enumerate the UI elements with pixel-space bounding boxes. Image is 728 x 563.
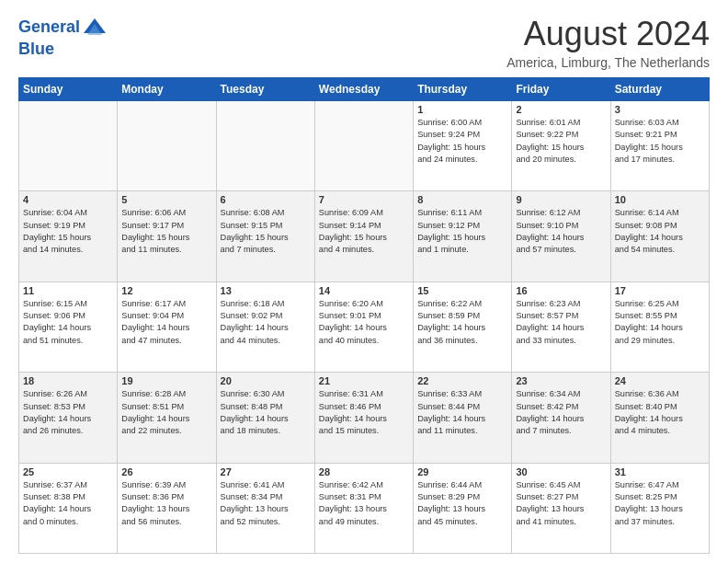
calendar-cell: 29Sunrise: 6:44 AM Sunset: 8:29 PM Dayli… bbox=[414, 463, 512, 553]
calendar-cell bbox=[216, 101, 314, 191]
day-number: 19 bbox=[121, 375, 211, 386]
day-number: 7 bbox=[319, 194, 409, 205]
day-info: Sunrise: 6:17 AM Sunset: 9:04 PM Dayligh… bbox=[121, 298, 211, 347]
day-info: Sunrise: 6:01 AM Sunset: 9:22 PM Dayligh… bbox=[516, 117, 606, 166]
day-info: Sunrise: 6:06 AM Sunset: 9:17 PM Dayligh… bbox=[121, 207, 211, 256]
day-number: 26 bbox=[121, 466, 211, 477]
calendar-cell: 3Sunrise: 6:03 AM Sunset: 9:21 PM Daylig… bbox=[610, 101, 709, 191]
calendar-row: 18Sunrise: 6:26 AM Sunset: 8:53 PM Dayli… bbox=[19, 373, 710, 463]
calendar-cell: 31Sunrise: 6:47 AM Sunset: 8:25 PM Dayli… bbox=[610, 463, 709, 553]
day-header-tuesday: Tuesday bbox=[216, 78, 314, 101]
calendar-cell: 2Sunrise: 6:01 AM Sunset: 9:22 PM Daylig… bbox=[512, 101, 610, 191]
day-info: Sunrise: 6:42 AM Sunset: 8:31 PM Dayligh… bbox=[319, 479, 409, 528]
calendar-cell: 22Sunrise: 6:33 AM Sunset: 8:44 PM Dayli… bbox=[414, 373, 512, 463]
calendar-cell: 26Sunrise: 6:39 AM Sunset: 8:36 PM Dayli… bbox=[118, 463, 216, 553]
day-info: Sunrise: 6:22 AM Sunset: 8:59 PM Dayligh… bbox=[417, 298, 507, 347]
header: General Blue August 2024 America, Limbur… bbox=[18, 15, 710, 70]
day-info: Sunrise: 6:14 AM Sunset: 9:08 PM Dayligh… bbox=[615, 207, 705, 256]
day-info: Sunrise: 6:28 AM Sunset: 8:51 PM Dayligh… bbox=[121, 388, 211, 437]
calendar-header-row: SundayMondayTuesdayWednesdayThursdayFrid… bbox=[19, 78, 710, 101]
day-number: 4 bbox=[23, 194, 113, 205]
calendar-cell: 4Sunrise: 6:04 AM Sunset: 9:19 PM Daylig… bbox=[19, 191, 118, 282]
day-number: 11 bbox=[23, 285, 113, 296]
calendar-cell bbox=[118, 101, 216, 191]
day-header-thursday: Thursday bbox=[414, 78, 512, 101]
calendar-cell: 18Sunrise: 6:26 AM Sunset: 8:53 PM Dayli… bbox=[19, 373, 118, 463]
day-number: 15 bbox=[417, 285, 507, 296]
calendar-cell: 23Sunrise: 6:34 AM Sunset: 8:42 PM Dayli… bbox=[512, 373, 610, 463]
day-info: Sunrise: 6:44 AM Sunset: 8:29 PM Dayligh… bbox=[417, 479, 507, 528]
day-number: 2 bbox=[516, 104, 606, 115]
calendar-cell: 20Sunrise: 6:30 AM Sunset: 8:48 PM Dayli… bbox=[216, 373, 314, 463]
day-info: Sunrise: 6:04 AM Sunset: 9:19 PM Dayligh… bbox=[23, 207, 113, 256]
day-number: 8 bbox=[417, 194, 507, 205]
day-number: 18 bbox=[23, 375, 113, 386]
day-number: 23 bbox=[516, 375, 606, 386]
day-info: Sunrise: 6:12 AM Sunset: 9:10 PM Dayligh… bbox=[516, 207, 606, 256]
calendar-cell: 7Sunrise: 6:09 AM Sunset: 9:14 PM Daylig… bbox=[314, 191, 413, 282]
location: America, Limburg, The Netherlands bbox=[506, 55, 710, 70]
day-header-sunday: Sunday bbox=[19, 78, 118, 101]
day-info: Sunrise: 6:41 AM Sunset: 8:34 PM Dayligh… bbox=[221, 479, 311, 528]
day-info: Sunrise: 6:34 AM Sunset: 8:42 PM Dayligh… bbox=[516, 388, 606, 437]
day-info: Sunrise: 6:11 AM Sunset: 9:12 PM Dayligh… bbox=[417, 207, 507, 256]
calendar-cell: 25Sunrise: 6:37 AM Sunset: 8:38 PM Dayli… bbox=[19, 463, 118, 553]
calendar-row: 11Sunrise: 6:15 AM Sunset: 9:06 PM Dayli… bbox=[19, 282, 710, 372]
day-number: 10 bbox=[615, 194, 705, 205]
day-info: Sunrise: 6:30 AM Sunset: 8:48 PM Dayligh… bbox=[221, 388, 311, 437]
day-header-wednesday: Wednesday bbox=[314, 78, 413, 101]
logo-text: General bbox=[18, 18, 80, 37]
day-info: Sunrise: 6:37 AM Sunset: 8:38 PM Dayligh… bbox=[23, 479, 113, 528]
day-header-monday: Monday bbox=[118, 78, 216, 101]
calendar-cell: 28Sunrise: 6:42 AM Sunset: 8:31 PM Dayli… bbox=[314, 463, 413, 553]
day-number: 30 bbox=[516, 466, 606, 477]
day-number: 21 bbox=[319, 375, 409, 386]
calendar-cell: 13Sunrise: 6:18 AM Sunset: 9:02 PM Dayli… bbox=[216, 282, 314, 372]
calendar-cell: 12Sunrise: 6:17 AM Sunset: 9:04 PM Dayli… bbox=[118, 282, 216, 372]
day-info: Sunrise: 6:20 AM Sunset: 9:01 PM Dayligh… bbox=[319, 298, 409, 347]
calendar-cell: 11Sunrise: 6:15 AM Sunset: 9:06 PM Dayli… bbox=[19, 282, 118, 372]
calendar-cell: 8Sunrise: 6:11 AM Sunset: 9:12 PM Daylig… bbox=[414, 191, 512, 282]
day-number: 13 bbox=[221, 285, 311, 296]
day-number: 24 bbox=[615, 375, 705, 386]
day-number: 29 bbox=[417, 466, 507, 477]
calendar-cell: 24Sunrise: 6:36 AM Sunset: 8:40 PM Dayli… bbox=[610, 373, 709, 463]
calendar-cell: 9Sunrise: 6:12 AM Sunset: 9:10 PM Daylig… bbox=[512, 191, 610, 282]
day-info: Sunrise: 6:08 AM Sunset: 9:15 PM Dayligh… bbox=[221, 207, 311, 256]
day-info: Sunrise: 6:26 AM Sunset: 8:53 PM Dayligh… bbox=[23, 388, 113, 437]
calendar-row: 1Sunrise: 6:00 AM Sunset: 9:24 PM Daylig… bbox=[19, 101, 710, 191]
calendar-row: 4Sunrise: 6:04 AM Sunset: 9:19 PM Daylig… bbox=[19, 191, 710, 282]
day-number: 31 bbox=[615, 466, 705, 477]
title-block: August 2024 America, Limburg, The Nether… bbox=[506, 15, 710, 70]
logo: General Blue bbox=[18, 15, 108, 59]
day-info: Sunrise: 6:33 AM Sunset: 8:44 PM Dayligh… bbox=[417, 388, 507, 437]
day-info: Sunrise: 6:36 AM Sunset: 8:40 PM Dayligh… bbox=[615, 388, 705, 437]
day-info: Sunrise: 6:18 AM Sunset: 9:02 PM Dayligh… bbox=[221, 298, 311, 347]
calendar-cell: 10Sunrise: 6:14 AM Sunset: 9:08 PM Dayli… bbox=[610, 191, 709, 282]
calendar-cell: 6Sunrise: 6:08 AM Sunset: 9:15 PM Daylig… bbox=[216, 191, 314, 282]
day-info: Sunrise: 6:45 AM Sunset: 8:27 PM Dayligh… bbox=[516, 479, 606, 528]
logo-blue-text: Blue bbox=[18, 40, 108, 59]
day-number: 12 bbox=[121, 285, 211, 296]
day-number: 27 bbox=[221, 466, 311, 477]
day-header-friday: Friday bbox=[512, 78, 610, 101]
day-number: 20 bbox=[221, 375, 311, 386]
calendar-cell: 17Sunrise: 6:25 AM Sunset: 8:55 PM Dayli… bbox=[610, 282, 709, 372]
day-number: 9 bbox=[516, 194, 606, 205]
calendar-cell: 5Sunrise: 6:06 AM Sunset: 9:17 PM Daylig… bbox=[118, 191, 216, 282]
day-number: 1 bbox=[417, 104, 507, 115]
day-info: Sunrise: 6:09 AM Sunset: 9:14 PM Dayligh… bbox=[319, 207, 409, 256]
month-year: August 2024 bbox=[506, 15, 710, 53]
calendar-cell: 14Sunrise: 6:20 AM Sunset: 9:01 PM Dayli… bbox=[314, 282, 413, 372]
day-info: Sunrise: 6:23 AM Sunset: 8:57 PM Dayligh… bbox=[516, 298, 606, 347]
day-number: 3 bbox=[615, 104, 705, 115]
day-info: Sunrise: 6:39 AM Sunset: 8:36 PM Dayligh… bbox=[121, 479, 211, 528]
day-info: Sunrise: 6:47 AM Sunset: 8:25 PM Dayligh… bbox=[615, 479, 705, 528]
day-number: 22 bbox=[417, 375, 507, 386]
calendar-row: 25Sunrise: 6:37 AM Sunset: 8:38 PM Dayli… bbox=[19, 463, 710, 553]
day-number: 25 bbox=[23, 466, 113, 477]
calendar-cell: 30Sunrise: 6:45 AM Sunset: 8:27 PM Dayli… bbox=[512, 463, 610, 553]
day-info: Sunrise: 6:00 AM Sunset: 9:24 PM Dayligh… bbox=[417, 117, 507, 166]
calendar-cell: 21Sunrise: 6:31 AM Sunset: 8:46 PM Dayli… bbox=[314, 373, 413, 463]
logo-icon bbox=[82, 15, 108, 40]
